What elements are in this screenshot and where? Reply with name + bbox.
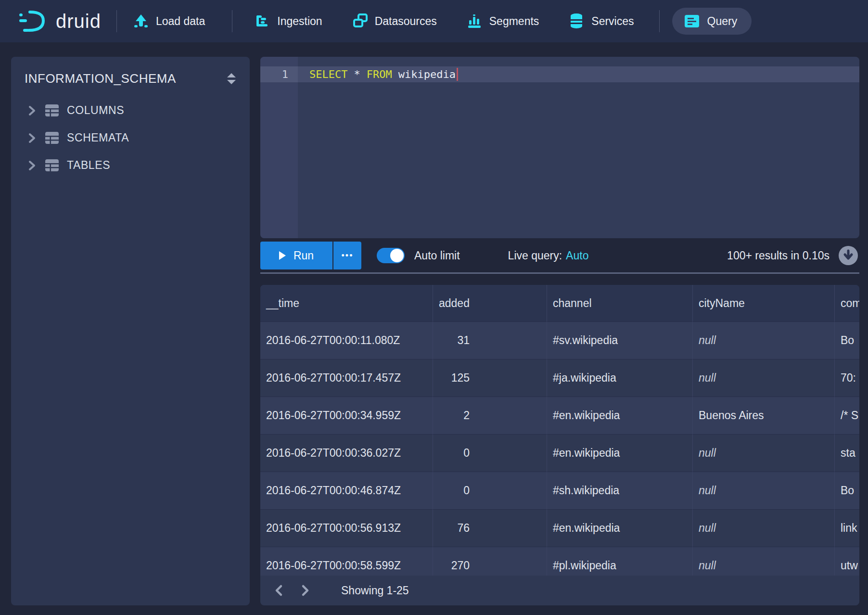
- nav-item-services[interactable]: Services: [569, 13, 634, 29]
- cell-added[interactable]: 0: [433, 434, 547, 472]
- cell-comment[interactable]: 70:: [835, 359, 859, 397]
- download-icon[interactable]: [838, 245, 858, 266]
- bar-chart-icon: [467, 13, 482, 29]
- sidebar-item-tables[interactable]: TABLES: [11, 152, 250, 179]
- nav-divider: [116, 10, 117, 32]
- console-icon: [684, 14, 700, 28]
- cell-channel[interactable]: #ja.wikipedia: [547, 359, 693, 397]
- results-header-row: __time added channel cityName comment: [260, 285, 859, 321]
- cell-channel[interactable]: #en.wikipedia: [547, 434, 693, 472]
- cell-channel[interactable]: #sh.wikipedia: [547, 472, 693, 509]
- stacked-layers-icon: [352, 13, 368, 29]
- column-header-comment[interactable]: comment: [835, 285, 859, 321]
- nav-item-query[interactable]: Query: [672, 8, 752, 35]
- nav-item-label: Segments: [489, 15, 539, 28]
- sidebar-item-label: TABLES: [67, 159, 110, 172]
- nav-item-label: Query: [707, 15, 738, 28]
- chevron-right-icon: [26, 105, 37, 116]
- nav-item-load-data[interactable]: Load data: [133, 13, 205, 29]
- cell-comment[interactable]: Bo: [835, 472, 859, 509]
- cell-comment[interactable]: Bo: [835, 321, 859, 359]
- table-row: 2016-06-27T00:00:46.874Z 0 #sh.wikipedia…: [260, 472, 859, 509]
- cell-added[interactable]: 31: [433, 321, 547, 359]
- line-number: 1: [282, 68, 288, 80]
- nav-item-label: Ingestion: [277, 15, 322, 28]
- cell-channel[interactable]: #sv.wikipedia: [547, 321, 693, 359]
- results-footer: Showing 1-25: [260, 576, 859, 605]
- cell-time[interactable]: 2016-06-27T00:00:34.959Z: [260, 397, 433, 434]
- column-header-added[interactable]: added: [433, 285, 547, 321]
- cell-cityname[interactable]: null: [693, 434, 835, 472]
- druid-logo-icon: [18, 9, 48, 34]
- nav-item-label: Services: [591, 15, 634, 28]
- database-icon: [569, 13, 584, 29]
- cell-time[interactable]: 2016-06-27T00:00:11.080Z: [260, 321, 433, 359]
- column-header-cityname[interactable]: cityName: [693, 285, 835, 321]
- nav-item-ingestion[interactable]: Ingestion: [255, 13, 322, 29]
- play-icon: [279, 251, 286, 260]
- cell-cityname[interactable]: null: [693, 321, 835, 359]
- cell-added[interactable]: 125: [433, 359, 547, 397]
- sidebar-item-columns[interactable]: COLUMNS: [11, 97, 250, 124]
- table-row: 2016-06-27T00:00:11.080Z 31 #sv.wikipedi…: [260, 321, 859, 359]
- cell-time[interactable]: 2016-06-27T00:00:17.457Z: [260, 359, 433, 397]
- nav-divider: [659, 10, 660, 32]
- brand: druid: [18, 9, 101, 34]
- results-panel: __time added channel cityName comment 20…: [260, 285, 859, 605]
- chevron-right-icon: [26, 132, 37, 144]
- previous-page-button[interactable]: [272, 583, 286, 598]
- cell-comment[interactable]: link: [835, 509, 859, 547]
- table-row: 2016-06-27T00:00:56.913Z 76 #en.wikipedi…: [260, 509, 859, 547]
- live-query-value[interactable]: Auto: [566, 249, 588, 262]
- cell-time[interactable]: 2016-06-27T00:00:46.874Z: [260, 472, 433, 509]
- sidebar-item-label: COLUMNS: [67, 104, 124, 117]
- cell-cityname[interactable]: null: [693, 359, 835, 397]
- query-toolbar: Run ••• Auto limit Live query: Auto 100+…: [260, 242, 859, 269]
- sidebar-item-schemata[interactable]: SCHEMATA: [11, 124, 250, 152]
- text-cursor: [457, 68, 458, 81]
- cell-added[interactable]: 76: [433, 509, 547, 547]
- double-caret-sort-icon[interactable]: [227, 73, 236, 85]
- sql-keyword: FROM: [367, 68, 392, 80]
- column-header-channel[interactable]: channel: [547, 285, 693, 321]
- panel-divider: [260, 272, 859, 274]
- auto-limit-toggle[interactable]: [377, 248, 405, 263]
- auto-limit-label: Auto limit: [414, 249, 460, 262]
- cell-time[interactable]: 2016-06-27T00:00:56.913Z: [260, 509, 433, 547]
- sql-table-name: wikipedia: [398, 68, 456, 80]
- nav-item-label: Load data: [156, 15, 205, 28]
- cell-cityname[interactable]: null: [693, 472, 835, 509]
- ingestion-chart-icon: [255, 13, 270, 29]
- nav-item-segments[interactable]: Segments: [467, 13, 539, 29]
- cell-channel[interactable]: #en.wikipedia: [547, 509, 693, 547]
- cell-comment[interactable]: sta: [835, 434, 859, 472]
- chevron-right-icon: [26, 160, 37, 171]
- cell-cityname[interactable]: Buenos Aires: [693, 397, 835, 434]
- top-nav: druid Load data: [0, 0, 868, 42]
- nav-divider: [232, 10, 232, 32]
- table-grid-icon: [45, 131, 59, 144]
- table-row: 2016-06-27T00:00:17.457Z 125 #ja.wikiped…: [260, 359, 859, 397]
- druid-console: druid Load data: [0, 0, 868, 615]
- editor-gutter: 1: [260, 57, 298, 238]
- cell-added[interactable]: 0: [433, 472, 547, 509]
- run-button[interactable]: Run: [260, 242, 332, 269]
- cell-channel[interactable]: #en.wikipedia: [547, 397, 693, 434]
- pagination-status: Showing 1-25: [341, 584, 409, 597]
- nav-item-datasources[interactable]: Datasources: [352, 13, 437, 29]
- table-row: 2016-06-27T00:00:36.027Z 0 #en.wikipedia…: [260, 434, 859, 472]
- sql-editor[interactable]: 1 SELECT * FROM wikipedia: [260, 57, 859, 238]
- cell-added[interactable]: 2: [433, 397, 547, 434]
- cell-time[interactable]: 2016-06-27T00:00:36.027Z: [260, 434, 433, 472]
- sql-line-1: SELECT * FROM wikipedia: [298, 66, 859, 82]
- table-grid-icon: [45, 159, 59, 172]
- cell-comment[interactable]: /* S: [835, 397, 859, 434]
- sidebar-item-label: SCHEMATA: [67, 131, 129, 144]
- cell-cityname[interactable]: null: [693, 509, 835, 547]
- upload-arrow-icon: [133, 13, 149, 29]
- editor-code-area[interactable]: SELECT * FROM wikipedia: [298, 57, 859, 238]
- toggle-knob: [390, 249, 404, 262]
- column-header-time[interactable]: __time: [260, 285, 433, 321]
- run-more-button[interactable]: •••: [333, 242, 361, 269]
- next-page-button[interactable]: [298, 583, 312, 598]
